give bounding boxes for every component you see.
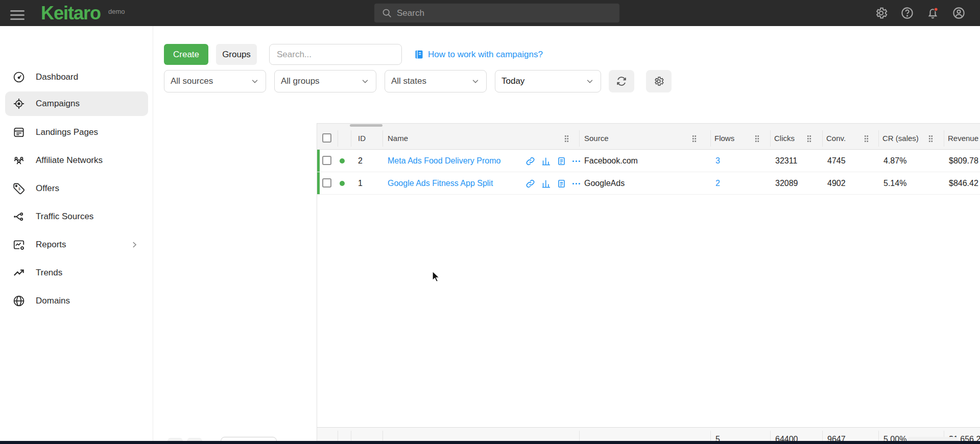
sidebar-item-label: Domains: [36, 296, 70, 306]
sidebar-item-reports[interactable]: Reports: [5, 232, 148, 257]
row-checkbox[interactable]: [322, 156, 331, 165]
sidebar-item-label: Offers: [36, 183, 59, 194]
sidebar-item-traffic-sources[interactable]: Traffic Sources: [5, 204, 148, 229]
filter-all-sources[interactable]: All sources: [164, 70, 266, 92]
filter-all-groups-value: All groups: [281, 76, 320, 86]
campaign-notes-icon[interactable]: [557, 179, 566, 189]
manual-book-icon: [414, 49, 424, 60]
global-search[interactable]: [374, 4, 619, 22]
account-avatar-icon[interactable]: [952, 6, 966, 20]
campaign-notes-icon[interactable]: [557, 156, 566, 166]
dashboard-icon: [12, 71, 26, 84]
column-header-flows[interactable]: Flows: [714, 127, 734, 150]
cell-conv: 4745: [827, 150, 846, 172]
column-header-conv[interactable]: Conv.: [826, 127, 846, 150]
status-active-dot: [340, 181, 345, 186]
landing-page-icon: [12, 126, 26, 139]
campaign-stats-icon[interactable]: [541, 156, 551, 166]
column-header-id[interactable]: ID: [358, 127, 366, 150]
trends-icon: [12, 266, 26, 279]
chevron-down-icon: [361, 77, 370, 86]
settings-gear-icon[interactable]: [874, 6, 888, 20]
campaign-search-input[interactable]: [269, 44, 402, 65]
sidebar-item-campaigns[interactable]: Campaigns: [5, 91, 148, 116]
sidebar-item-dashboard[interactable]: Dashboard: [5, 65, 148, 89]
column-header-source[interactable]: Source: [584, 127, 609, 150]
affiliate-networks-icon: [12, 154, 26, 167]
sidebar-item-label: Landings Pages: [36, 127, 98, 137]
sidebar-item-offers[interactable]: $ Offers: [5, 176, 148, 201]
campaign-name-link[interactable]: Google Ads Fitness App Split: [388, 172, 493, 195]
sidebar-item-affiliate-networks[interactable]: Affiliate Networks: [5, 148, 148, 173]
brand-badge: demo: [108, 8, 125, 15]
cell-clicks: 32311: [775, 150, 797, 172]
hamburger-menu-icon[interactable]: [10, 8, 25, 22]
svg-text:$: $: [18, 187, 20, 191]
row-checkbox[interactable]: [322, 178, 331, 188]
sidebar: Dashboard Campaigns Landings Pages: [0, 26, 153, 444]
column-header-name[interactable]: Name: [388, 127, 408, 150]
cell-flows-link[interactable]: 3: [715, 150, 720, 172]
campaign-link-icon[interactable]: [525, 179, 535, 189]
cell-cr: 4.87%: [883, 150, 906, 172]
cell-cr: 5.14%: [883, 172, 906, 195]
sidebar-item-label: Reports: [36, 240, 66, 250]
column-drag-handle[interactable]: [928, 135, 933, 142]
campaign-stats-icon[interactable]: [541, 179, 551, 189]
cell-revenue: $846.42: [949, 172, 978, 195]
refresh-button[interactable]: [609, 70, 634, 92]
how-to-work-link[interactable]: How to work with campaigns?: [428, 44, 543, 65]
column-drag-handle[interactable]: [564, 135, 569, 142]
campaign-name-link[interactable]: Meta Ads Food Delivery Promo: [388, 150, 500, 172]
table-settings-button[interactable]: [646, 70, 672, 92]
create-button[interactable]: Create: [164, 44, 208, 65]
bottom-window-edge: [0, 441, 980, 444]
column-drag-handle[interactable]: [755, 135, 759, 142]
sidebar-item-domains[interactable]: Domains: [5, 289, 148, 313]
column-drag-handle[interactable]: [807, 135, 811, 142]
filter-date-range[interactable]: Today: [495, 70, 601, 92]
column-header-cr[interactable]: CR (sales): [882, 127, 919, 150]
sidebar-item-trends[interactable]: Trends: [5, 261, 148, 285]
row-status-accent: [317, 150, 320, 172]
column-header-clicks[interactable]: Clicks: [774, 127, 795, 150]
brand-logo: Keitaro: [41, 0, 101, 26]
select-all-checkbox[interactable]: [322, 133, 331, 143]
campaign-link-icon[interactable]: [525, 156, 535, 166]
more-actions-icon[interactable]: [571, 156, 581, 166]
table-top-scrollbar: [317, 124, 980, 127]
row-status-accent: [317, 172, 320, 194]
sidebar-item-landings-pages[interactable]: Landings Pages: [5, 120, 148, 145]
cell-id: 2: [358, 150, 363, 172]
column-drag-handle[interactable]: [864, 135, 869, 142]
gear-icon: [653, 76, 664, 87]
cell-flows-link[interactable]: 2: [715, 172, 720, 195]
cell-revenue: $809.78: [949, 150, 978, 172]
cell-conv: 4902: [827, 172, 846, 195]
main-content: Create Groups How to work with campaigns…: [153, 26, 980, 444]
help-icon[interactable]: [900, 6, 914, 20]
filter-all-groups[interactable]: All groups: [274, 70, 376, 92]
groups-button[interactable]: Groups: [216, 44, 257, 65]
campaigns-target-icon: [12, 97, 26, 110]
table-row: 1 Google Ads Fitness App Split: [317, 172, 980, 195]
filter-all-sources-value: All sources: [171, 76, 213, 86]
table-row: 2 Meta Ads Food Delivery Promo: [317, 150, 980, 172]
domains-globe-icon: [12, 294, 26, 308]
notifications-bell-icon[interactable]: [926, 6, 940, 20]
cell-id: 1: [358, 172, 363, 195]
chevron-down-icon: [250, 77, 259, 86]
table-top-scrollbar-thumb[interactable]: [350, 124, 383, 127]
filter-all-states[interactable]: All states: [385, 70, 487, 92]
global-search-input[interactable]: [397, 8, 591, 18]
sidebar-item-label: Affiliate Networks: [36, 155, 103, 166]
column-header-revenue[interactable]: Revenue (con…: [948, 127, 980, 150]
chevron-down-icon: [585, 77, 594, 86]
sidebar-item-label: Dashboard: [36, 72, 78, 82]
column-drag-handle[interactable]: [692, 135, 697, 142]
chevron-down-icon: [471, 77, 480, 86]
more-actions-icon[interactable]: [571, 179, 581, 189]
sidebar-item-label: Traffic Sources: [36, 212, 93, 222]
chevron-right-icon: [130, 240, 139, 249]
campaigns-table: ID Name Source Flows Clicks Conv. CR (sa…: [317, 123, 980, 444]
